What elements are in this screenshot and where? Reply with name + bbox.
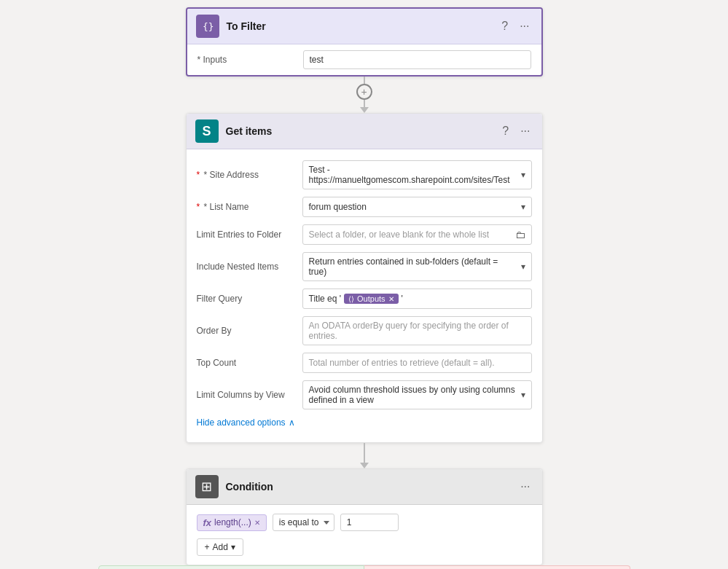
limit-columns-value[interactable]: Avoid column threshold issues by only us…	[302, 380, 532, 409]
top-count-value[interactable]: Total number of entries to retrieve (def…	[302, 353, 532, 373]
svg-text:{}: {}	[203, 21, 214, 32]
token-close-btn[interactable]: ✕	[388, 295, 394, 303]
inputs-row: * Inputs	[187, 44, 541, 75]
chevron-up-icon: ∧	[289, 417, 295, 428]
condition-card: ⊞ Condition ··· fx length(...) ✕ is equa…	[186, 468, 543, 565]
get-items-title: Get items	[226, 125, 493, 137]
connector-arrow-1	[360, 107, 369, 113]
branch-container: ✓ If yes	[98, 565, 630, 569]
branch-no: ✕ If no	[364, 565, 630, 569]
condition-token-close[interactable]: ✕	[254, 519, 260, 527]
connector-2	[360, 443, 369, 468]
filter-query-value[interactable]: Title eq ' ⟨⟩ Outputs ✕ '	[302, 289, 532, 309]
limit-folder-value[interactable]: Select a folder, or leave blank for the …	[302, 224, 532, 245]
condition-token[interactable]: fx length(...) ✕	[197, 514, 267, 531]
site-address-arrow: ▾	[521, 170, 525, 180]
to-filter-help-btn[interactable]: ?	[498, 18, 511, 34]
get-items-menu-btn[interactable]: ···	[517, 123, 533, 139]
connector-arrow-2	[360, 463, 369, 468]
inputs-field[interactable]	[303, 50, 531, 69]
connector-1: +	[356, 76, 372, 113]
limit-columns-arrow: ▾	[521, 390, 525, 400]
get-items-help-btn[interactable]: ?	[499, 123, 512, 139]
limit-columns-label: Limit Columns by View	[197, 390, 302, 400]
branch-wrapper: ✓ If yes	[98, 565, 630, 569]
add-icon: +	[205, 542, 210, 552]
condition-row: fx length(...) ✕ is equal to	[197, 514, 532, 531]
condition-operator[interactable]: is equal to	[273, 514, 334, 531]
filter-query-prefix: Title eq '	[309, 294, 342, 304]
nested-items-label: Include Nested Items	[197, 262, 302, 272]
get-items-actions: ? ···	[499, 123, 533, 139]
canvas: {} To Filter ? ··· * Inputs +	[0, 0, 728, 569]
connector-line-1b	[364, 100, 365, 107]
token-icon: ⟨⟩	[348, 295, 354, 303]
get-items-card: S Get items ? ··· * * Site Address Test …	[186, 113, 543, 443]
site-address-row: * * Site Address Test - https://manueltg…	[187, 157, 542, 193]
connector-line-1	[364, 76, 365, 84]
list-name-arrow: ▾	[521, 202, 525, 212]
connector-line-2	[364, 443, 365, 463]
nested-items-arrow: ▾	[521, 262, 525, 272]
outputs-token[interactable]: ⟨⟩ Outputs ✕	[344, 294, 399, 304]
limit-folder-label: Limit Entries to Folder	[197, 229, 302, 240]
flow-container: {} To Filter ? ··· * Inputs +	[0, 7, 728, 569]
add-step-btn-1[interactable]: +	[356, 84, 372, 100]
fx-icon: fx	[203, 517, 212, 528]
condition-header: ⊞ Condition ···	[187, 469, 542, 505]
filter-query-label: Filter Query	[197, 294, 302, 304]
to-filter-menu-btn[interactable]: ···	[517, 18, 532, 34]
condition-add-btn[interactable]: + Add ▾	[197, 538, 243, 556]
condition-token-label: length(...)	[214, 517, 251, 527]
add-chevron: ▾	[231, 542, 235, 552]
sharepoint-icon: S	[195, 119, 219, 143]
hide-advanced-btn[interactable]: Hide advanced options ∧	[187, 413, 542, 435]
site-address-label: * * Site Address	[197, 170, 302, 180]
branch-yes: ✓ If yes	[98, 565, 365, 569]
list-name-value[interactable]: forum question ▾	[302, 197, 532, 217]
condition-body: fx length(...) ✕ is equal to + Add ▾	[187, 505, 542, 565]
sharepoint-letter: S	[202, 124, 211, 139]
nested-items-value[interactable]: Return entries contained in sub-folders …	[302, 252, 532, 281]
limit-folder-row: Limit Entries to Folder Select a folder,…	[187, 221, 542, 248]
filter-query-row: Filter Query Title eq ' ⟨⟩ Outputs ✕ '	[187, 285, 542, 313]
site-address-value[interactable]: Test - https://manueltgomescom.sharepoin…	[302, 160, 532, 189]
condition-menu-btn[interactable]: ···	[517, 479, 533, 495]
list-name-row: * * List Name forum question ▾	[187, 193, 542, 221]
condition-compare-value[interactable]	[340, 514, 399, 531]
condition-actions: ···	[517, 479, 533, 495]
condition-icon: ⊞	[195, 475, 219, 498]
get-items-header: S Get items ? ···	[187, 114, 542, 149]
inputs-label: * Inputs	[197, 55, 303, 65]
add-label: Add	[213, 542, 228, 552]
branch-no-header: ✕ If no	[364, 566, 630, 569]
token-label: Outputs	[357, 294, 385, 303]
nested-items-row: Include Nested Items Return entries cont…	[187, 248, 542, 285]
to-filter-header: {} To Filter ? ···	[187, 9, 541, 44]
top-count-row: Top Count Total number of entries to ret…	[187, 349, 542, 377]
order-by-value[interactable]: An ODATA orderBy query for specifying th…	[302, 316, 532, 345]
order-by-row: Order By An ODATA orderBy query for spec…	[187, 313, 542, 349]
to-filter-title: To Filter	[227, 20, 492, 32]
top-count-label: Top Count	[197, 358, 302, 368]
limit-columns-row: Limit Columns by View Avoid column thres…	[187, 377, 542, 413]
list-name-label: * * List Name	[197, 202, 302, 212]
to-filter-card: {} To Filter ? ··· * Inputs	[186, 7, 543, 76]
get-items-body: * * Site Address Test - https://manueltg…	[187, 149, 542, 442]
folder-icon: 🗀	[515, 229, 525, 240]
branch-yes-header: ✓ If yes	[99, 566, 364, 569]
filter-query-suffix: '	[402, 294, 403, 304]
order-by-label: Order By	[197, 326, 302, 336]
filter-icon: {}	[196, 15, 219, 38]
condition-title: Condition	[226, 481, 511, 493]
to-filter-actions: ? ···	[498, 18, 532, 34]
